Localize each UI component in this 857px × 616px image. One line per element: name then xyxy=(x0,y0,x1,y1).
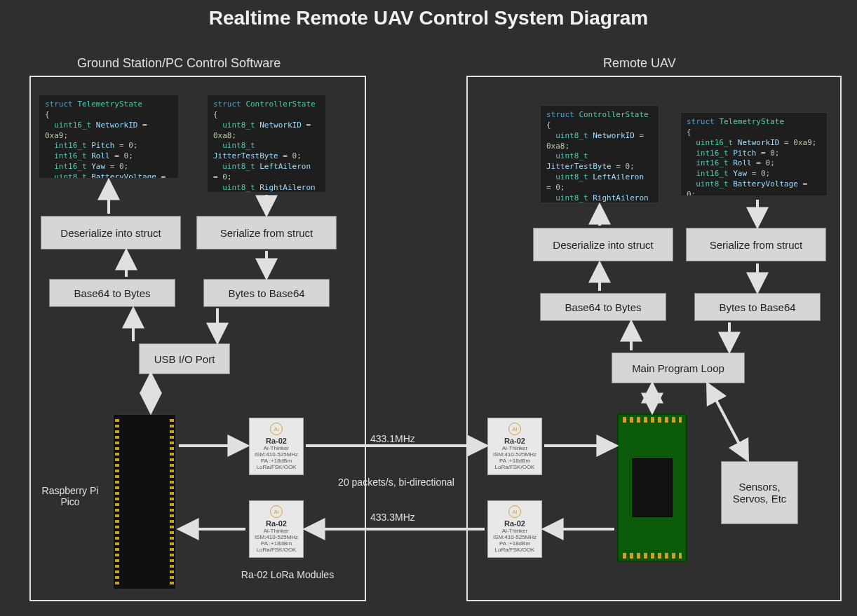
throughput-label: 20 packets/s, bi-directional xyxy=(309,477,484,488)
uav-mcu-board xyxy=(617,413,687,562)
uav-sensors-servos: Sensors, Servos, Etc xyxy=(721,461,798,524)
pico-label: Raspberry Pi Pico xyxy=(35,485,105,507)
ground-lora-module-tx: Ai Ra-02 Ai-Thinker ISM:410-525MHz PA :+… xyxy=(249,418,304,475)
ground-panel-label: Ground Station/PC Control Software xyxy=(77,56,281,71)
uav-panel-label: Remote UAV xyxy=(603,56,676,71)
ground-serialize: Serialize from struct xyxy=(196,216,337,249)
uav-bytes-to-b64: Bytes to Base64 xyxy=(694,293,821,321)
ground-bytes-to-b64: Bytes to Base64 xyxy=(203,279,330,307)
ai-thinker-icon: Ai xyxy=(270,423,283,435)
uav-b64-to-bytes: Base64 to Bytes xyxy=(540,293,666,321)
ground-deserialize: Deserialize into struct xyxy=(41,216,181,249)
uav-lora-module-rx: Ai Ra-02 Ai-Thinker ISM:410-525MHz PA :+… xyxy=(487,418,542,475)
freq-bottom-label: 433.3MHz xyxy=(370,512,415,523)
uav-deserialize: Deserialize into struct xyxy=(533,228,673,261)
ground-lora-module-rx: Ai Ra-02 Ai-Thinker ISM:410-525MHz PA :+… xyxy=(249,500,304,558)
ai-thinker-icon: Ai xyxy=(508,423,521,435)
uav-lora-module-tx: Ai Ra-02 Ai-Thinker ISM:410-525MHz PA :+… xyxy=(487,500,542,558)
ground-b64-to-bytes: Base64 to Bytes xyxy=(49,279,175,307)
uav-serialize: Serialize from struct xyxy=(686,228,826,261)
lora-module-label: Ra-02 LoRa Modules xyxy=(228,569,347,580)
diagram-title: Realtime Remote UAV Control System Diagr… xyxy=(0,7,857,29)
raspberry-pi-pico xyxy=(112,413,177,590)
uav-controller-struct: struct ControllerState{ uint8_t NetworkI… xyxy=(540,105,659,203)
uav-telemetry-struct: struct TelemetryState{ uint16_t NetworkI… xyxy=(680,112,828,196)
ground-telemetry-struct: struct TelemetryState{ uint16_t NetworkI… xyxy=(39,95,179,179)
ground-controller-struct: struct ControllerState{ uint8_t NetworkI… xyxy=(207,95,326,193)
ai-thinker-icon: Ai xyxy=(508,505,521,518)
ground-usb-io: USB I/O Port xyxy=(139,343,230,374)
uav-main-loop: Main Program Loop xyxy=(612,353,745,383)
freq-top-label: 433.1MHz xyxy=(370,433,415,444)
ai-thinker-icon: Ai xyxy=(270,505,283,518)
